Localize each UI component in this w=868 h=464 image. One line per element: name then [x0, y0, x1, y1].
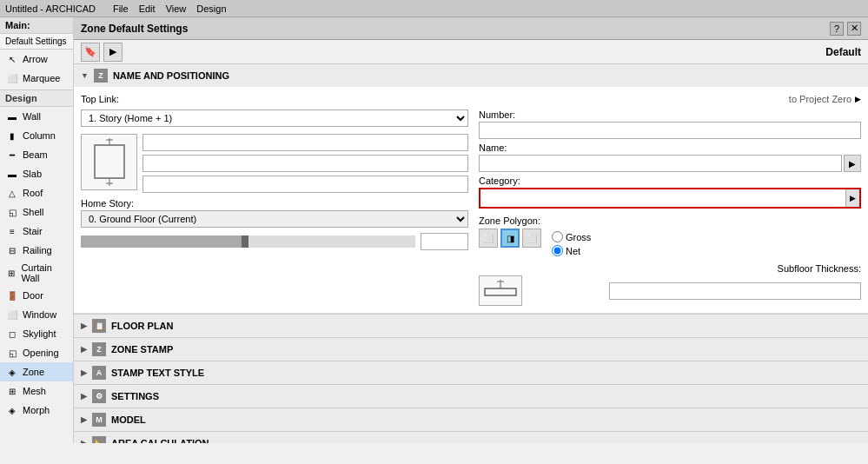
zone-polygon-row: Zone Polygon: ⬜ ◨ ⬜	[479, 215, 861, 256]
project-zero-row: to Project Zero ▶	[479, 94, 861, 104]
net-radio-label[interactable]: Net	[552, 245, 591, 256]
zone-stamp-header[interactable]: ▶ Z ZONE STAMP	[74, 338, 868, 361]
number-label: Number:	[479, 109, 861, 120]
area-calculation-header[interactable]: ▶ 📐 AREA CALCULATION	[74, 432, 868, 443]
railing-icon: ⊟	[5, 243, 19, 257]
settings-label: SETTINGS	[111, 391, 159, 401]
home-story-select[interactable]: 0. Ground Floor (Current)	[81, 210, 468, 228]
floor-plan-icon: 📋	[92, 319, 106, 333]
name-expand-button[interactable]: ▶	[844, 155, 861, 172]
top-link-select[interactable]: 1. Story (Home + 1)	[81, 109, 468, 127]
number-input[interactable]: 01	[479, 122, 861, 139]
subfloor-input[interactable]: 100	[609, 282, 861, 300]
sidebar-item-curtain-wall[interactable]: ⊞ Curtain Wall	[0, 260, 73, 286]
sidebar-default-settings: Default Settings	[0, 34, 73, 50]
dim-middle-input[interactable]: 2700	[142, 155, 468, 172]
sidebar-item-roof[interactable]: △ Roof	[0, 183, 73, 202]
sidebar-item-mesh[interactable]: ⊞ Mesh	[0, 381, 73, 401]
stamp-text-style-section: ▶ A STAMP TEXT STYLE	[74, 361, 868, 385]
zone-poly-btn-1[interactable]: ⬜	[479, 229, 498, 248]
dimension-area: -200 2700 0	[81, 134, 468, 193]
sidebar-item-opening[interactable]: ◱ Opening	[0, 343, 73, 362]
sidebar-item-column[interactable]: ▮ Column	[0, 126, 73, 145]
sidebar-item-skylight[interactable]: ◻ Skylight	[0, 324, 73, 343]
gross-radio[interactable]	[552, 231, 563, 242]
category-section: Category: Generic ▶ list unchanged here	[479, 176, 861, 209]
close-button[interactable]: ✕	[847, 22, 861, 36]
left-sidebar: Main: Default Settings ↖ Arrow ⬜ Marquee…	[0, 17, 74, 443]
area-calculation-section: ▶ 📐 AREA CALCULATION	[74, 432, 868, 443]
subfloor-thickness-label: Subfloor Thickness:	[778, 263, 861, 274]
subfloor-section: Subfloor Thickness:	[479, 263, 861, 274]
subfloor-icon-area	[479, 275, 604, 306]
to-project-zero-label: to Project Zero	[789, 94, 851, 104]
toolbar-left: 🔖 ▶	[81, 43, 123, 62]
dialog-title-bar: Zone Default Settings ? ✕	[74, 17, 868, 40]
gross-radio-label[interactable]: Gross	[552, 231, 591, 242]
sidebar-item-slab[interactable]: ▬ Slab	[0, 164, 73, 183]
zone-poly-btn-3[interactable]: ⬜	[522, 229, 541, 248]
beam-icon: ━	[5, 148, 19, 162]
gross-net-area: Gross Net	[552, 231, 591, 256]
dim-top-input[interactable]: -200	[142, 134, 468, 151]
height-slider-row: 100	[81, 233, 468, 250]
sidebar-item-marquee[interactable]: ⬜ Marquee	[0, 69, 73, 88]
app-title: Untitled - ARCHICAD	[5, 3, 96, 14]
dim-inputs: -200 2700 0	[142, 134, 468, 193]
settings-header[interactable]: ▶ ⚙ SETTINGS	[74, 385, 868, 408]
dialog-content[interactable]: ▼ Z NAME AND POSITIONING Top Link:	[74, 64, 868, 443]
zone-stamp-section: ▶ Z ZONE STAMP	[74, 338, 868, 361]
name-input[interactable]: Zone	[479, 155, 842, 172]
zone-preview	[81, 134, 137, 190]
arrow-icon: ↖	[5, 52, 19, 66]
sidebar-item-arrow[interactable]: ↖ Arrow	[0, 50, 73, 69]
height-slider[interactable]	[81, 235, 415, 248]
sidebar-item-morph[interactable]: ◈ Morph	[0, 401, 73, 420]
sidebar-item-zone[interactable]: ◈ Zone	[0, 362, 73, 381]
height-input[interactable]: 100	[421, 233, 468, 250]
sidebar-item-beam[interactable]: ━ Beam	[0, 145, 73, 164]
menu-edit[interactable]: Edit	[139, 3, 156, 14]
sidebar-item-stair[interactable]: ≡ Stair	[0, 222, 73, 241]
subfloor-input-row: 100	[479, 275, 861, 306]
category-expand-button[interactable]: ▶	[845, 189, 859, 207]
shell-icon: ◱	[5, 205, 19, 219]
settings-icon: ⚙	[92, 389, 106, 403]
category-label: Category:	[479, 176, 861, 186]
net-radio[interactable]	[552, 245, 563, 256]
app-menu: File Edit View Design	[113, 3, 227, 14]
name-label: Name:	[479, 143, 861, 153]
area-calculation-label: AREA CALCULATION	[111, 438, 209, 443]
slab-icon: ▬	[5, 167, 19, 181]
forward-button[interactable]: ▶	[103, 43, 123, 62]
zone-poly-btn-2[interactable]: ◨	[500, 229, 520, 248]
dialog-area: Zone Default Settings ? ✕ 🔖 ▶ Default	[74, 17, 868, 443]
sidebar-item-railing[interactable]: ⊟ Railing	[0, 241, 73, 260]
name-positioning-header[interactable]: ▼ Z NAME AND POSITIONING	[74, 64, 868, 87]
column-icon: ▮	[5, 129, 19, 143]
zone-polygon-buttons: ⬜ ◨ ⬜	[479, 229, 541, 248]
menu-view[interactable]: View	[166, 3, 187, 14]
menu-file[interactable]: File	[113, 3, 129, 14]
model-label: MODEL	[111, 414, 146, 425]
sidebar-item-window[interactable]: ⬜ Window	[0, 305, 73, 324]
stamp-text-style-label: STAMP TEXT STYLE	[111, 368, 204, 378]
dim-bottom-input[interactable]: 0	[142, 176, 468, 193]
sidebar-item-shell[interactable]: ◱ Shell	[0, 202, 73, 222]
floor-plan-header[interactable]: ▶ 📋 FLOOR PLAN	[74, 315, 868, 337]
category-input[interactable]: Generic	[480, 189, 845, 207]
collapse-arrow: ▼	[81, 71, 89, 80]
zone-stamp-icon: Z	[92, 342, 106, 356]
bookmark-button[interactable]: 🔖	[81, 43, 100, 62]
model-header[interactable]: ▶ M MODEL	[74, 408, 868, 431]
morph-icon: ◈	[5, 403, 19, 417]
sidebar-item-wall[interactable]: ▬ Wall	[0, 107, 73, 126]
left-content: Top Link: 1. Story (Home + 1)	[81, 94, 468, 306]
help-button[interactable]: ?	[830, 22, 844, 36]
sidebar-item-door[interactable]: 🚪 Door	[0, 286, 73, 305]
name-positioning-content: Top Link: 1. Story (Home + 1)	[74, 87, 868, 314]
stamp-text-style-header[interactable]: ▶ A STAMP TEXT STYLE	[74, 361, 868, 384]
stamp-text-style-icon: A	[92, 366, 106, 380]
name-section: Name: Zone ▶	[479, 143, 861, 172]
menu-design[interactable]: Design	[196, 3, 226, 14]
